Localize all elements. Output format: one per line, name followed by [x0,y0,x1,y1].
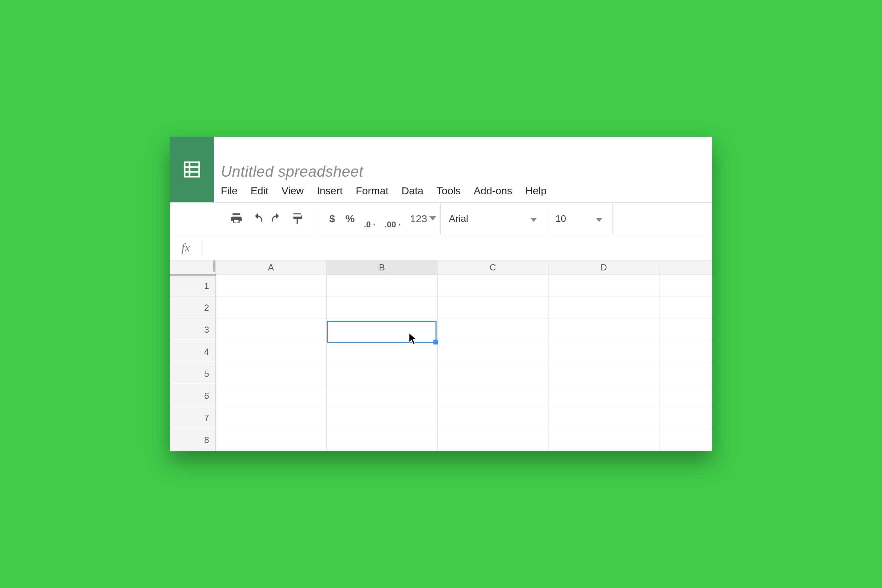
cell-D4[interactable] [549,341,659,363]
row-header-7[interactable]: 7 [170,407,216,429]
cell-B8[interactable] [327,429,438,451]
row-header-5[interactable]: 5 [170,363,216,385]
row-header-2[interactable]: 2 [170,297,216,319]
redo-icon [270,212,283,225]
formula-input[interactable] [206,235,712,260]
menu-addons[interactable]: Add-ons [474,185,512,197]
cell-D7[interactable] [549,407,659,429]
formula-separator [201,240,202,256]
cell-C8[interactable] [438,429,549,451]
cell-B2[interactable] [327,297,438,319]
font-size-select[interactable]: 10 [547,202,613,235]
sheets-icon [182,160,201,179]
column-header-A[interactable]: A [216,260,327,275]
cell-B4[interactable] [327,341,438,363]
decrease-decimal-button[interactable]: .0 [360,208,381,230]
menu-format[interactable]: Format [356,185,388,197]
undo-button[interactable] [250,208,266,230]
cell-E3[interactable] [659,319,712,341]
print-button[interactable] [228,208,244,230]
cell-D2[interactable] [549,297,659,319]
row-header-8[interactable]: 8 [170,429,216,451]
spreadsheet-grid[interactable]: A B C D 1 2 3 4 5 6 7 8 [170,260,712,451]
menubar: File Edit View Insert Format Data Tools … [221,185,712,199]
select-all-corner[interactable] [170,260,216,275]
menu-file[interactable]: File [221,185,237,197]
menu-insert[interactable]: Insert [317,185,343,197]
increase-decimal-button[interactable]: .00 [381,208,406,230]
column-header-C[interactable]: C [438,260,549,275]
column-header-extra[interactable] [659,260,712,275]
increase-decimal-label: .00 [384,220,396,230]
cell-C5[interactable] [438,363,549,385]
cell-A5[interactable] [216,363,327,385]
cell-A4[interactable] [216,341,327,363]
title-menu-area: Untitled spreadsheet File Edit View Inse… [214,137,712,202]
menu-edit[interactable]: Edit [250,185,268,197]
cell-B7[interactable] [327,407,438,429]
formula-label: fx [170,235,201,260]
spreadsheet-window: Untitled spreadsheet File Edit View Inse… [170,137,712,451]
row-header-6[interactable]: 6 [170,385,216,407]
header: Untitled spreadsheet File Edit View Inse… [170,137,712,202]
paint-format-button[interactable] [290,208,306,230]
cell-A1[interactable] [216,275,327,297]
cell-E8[interactable] [659,429,712,451]
cell-B1[interactable] [327,275,438,297]
decrease-decimal-label: .0 [364,220,371,230]
toolbar: $ % .0 .00 123 Arial 10 [170,202,712,235]
cell-D1[interactable] [549,275,659,297]
cell-E1[interactable] [659,275,712,297]
menu-help[interactable]: Help [525,185,547,197]
row-header-1[interactable]: 1 [170,275,216,297]
menu-view[interactable]: View [282,185,303,197]
svg-rect-0 [184,162,199,177]
font-family-value: Arial [449,213,468,224]
cell-E5[interactable] [659,363,712,385]
menu-data[interactable]: Data [402,185,423,197]
formula-bar: fx [170,235,712,260]
cell-B3[interactable] [327,319,438,341]
paint-format-icon [291,212,304,225]
cell-C4[interactable] [438,341,549,363]
column-header-B[interactable]: B [327,260,438,275]
menu-tools[interactable]: Tools [436,185,460,197]
undo-icon [251,212,264,225]
more-formats-label: 123 [410,213,427,225]
cell-B5[interactable] [327,363,438,385]
cell-A2[interactable] [216,297,327,319]
cell-D6[interactable] [549,385,659,407]
cell-E7[interactable] [659,407,712,429]
cell-C3[interactable] [438,319,549,341]
cell-E6[interactable] [659,385,712,407]
chevron-down-icon [596,213,603,224]
chevron-down-icon [429,216,436,222]
cell-C6[interactable] [438,385,549,407]
redo-button[interactable] [268,208,284,230]
arrow-left-icon [371,220,377,230]
font-family-select[interactable]: Arial [440,202,547,235]
row-header-4[interactable]: 4 [170,341,216,363]
cell-C1[interactable] [438,275,549,297]
cell-C2[interactable] [438,297,549,319]
toolbar-separator [318,202,318,235]
cell-D8[interactable] [549,429,659,451]
cell-D5[interactable] [549,363,659,385]
document-title[interactable]: Untitled spreadsheet [221,163,712,180]
column-header-D[interactable]: D [549,260,659,275]
currency-format-button[interactable]: $ [324,208,340,230]
cell-A3[interactable] [216,319,327,341]
cell-E2[interactable] [659,297,712,319]
cell-A8[interactable] [216,429,327,451]
cell-A7[interactable] [216,407,327,429]
sheets-logo[interactable] [170,137,214,202]
cell-C7[interactable] [438,407,549,429]
cell-B6[interactable] [327,385,438,407]
cell-A6[interactable] [216,385,327,407]
cell-E4[interactable] [659,341,712,363]
percent-format-button[interactable]: % [340,208,360,230]
cell-D3[interactable] [549,319,659,341]
row-header-3[interactable]: 3 [170,319,216,341]
more-formats-button[interactable]: 123 [406,208,440,230]
chevron-down-icon [530,213,537,224]
